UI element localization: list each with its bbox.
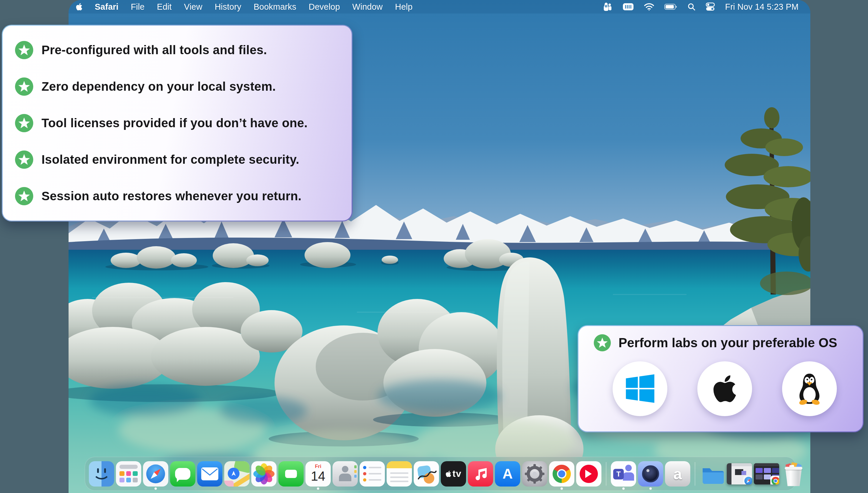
camera-lens-icon [642,465,659,483]
feature-text: Isolated environment for complete securi… [42,153,299,167]
star-icon [15,78,33,96]
feature-item: Pre-configured with all tools and files. [15,41,343,59]
finder-smile [93,471,110,479]
a-app-letter: a [673,465,682,483]
spotlight-search-icon[interactable] [687,3,695,11]
menu-item-bookmarks[interactable]: Bookmarks [248,2,302,12]
dock-item-trash[interactable] [781,461,806,487]
feature-text: Pre-configured with all tools and files. [42,43,267,57]
apple-icon [76,3,83,11]
dock-item-minimized-chrome-window[interactable] [754,461,779,487]
star-icon [15,187,33,205]
wifi-icon[interactable] [644,3,655,11]
dock-item-messages[interactable] [170,461,196,487]
feature-text: Zero dependency on your local system. [42,80,276,94]
dock: Fri 14 t [85,457,796,491]
dock-separator [695,462,695,486]
chat-bubble-icon [175,468,190,480]
running-indicator [622,487,625,490]
os-option-windows[interactable] [613,361,667,416]
contact-person-icon [339,474,351,481]
trash-icon [784,463,803,486]
teams-person-icon [625,465,632,471]
dock-item-system-settings[interactable] [522,461,547,487]
teams-status-icon[interactable]: T [602,2,613,12]
dock-item-calendar[interactable]: Fri 14 [305,461,331,487]
feature-text: Tool licenses provided if you don’t have… [42,116,307,130]
contacts-tab [354,465,357,468]
star-icon [15,41,33,59]
music-note-icon [472,466,489,482]
dock-item-facetime[interactable] [278,461,304,487]
menu-item-edit[interactable]: Edit [151,2,178,12]
dock-item-notes[interactable] [387,461,412,487]
freeform-scribble-icon [414,461,439,487]
keyboard-icon[interactable] [623,3,634,11]
launchpad-grid [119,471,138,483]
video-camera-icon [285,470,297,478]
running-indicator [317,487,319,490]
svg-text:T: T [605,5,607,8]
safari-badge-icon [743,476,752,485]
battery-icon[interactable] [664,3,677,10]
menu-bar: Safari File Edit View History Bookmarks … [69,0,810,14]
menu-bar-clock[interactable]: Fri Nov 14 5:23 PM [725,2,799,12]
chrome-logo-icon [553,465,571,483]
dock-item-a-app[interactable]: a [665,461,690,487]
dock-item-launchpad[interactable] [116,461,141,487]
contact-person-icon [342,466,348,472]
launchpad-search-pill [119,465,138,469]
safari-compass-icon [146,465,165,483]
chrome-badge-icon [770,476,779,485]
contacts-tab [354,470,357,473]
menu-item-view[interactable]: View [178,2,208,12]
dock-item-music[interactable] [468,461,493,487]
menu-item-help[interactable]: Help [389,2,419,12]
dock-item-reminders[interactable] [360,461,385,487]
menu-item-window[interactable]: Window [346,2,389,12]
menu-item-file[interactable]: File [125,2,151,12]
menu-item-develop[interactable]: Develop [302,2,346,12]
menu-item-history[interactable]: History [209,2,248,12]
dock-item-minimized-safari-window[interactable] [727,461,752,487]
apple-menu[interactable] [73,3,89,11]
contacts-tab [354,475,357,478]
control-center-icon[interactable] [706,2,715,11]
folder-icon [700,461,725,487]
feature-item: Isolated environment for complete securi… [15,150,343,169]
dock-item-photos[interactable] [251,461,277,487]
menu-item-safari[interactable]: Safari [89,2,125,12]
running-indicator [155,487,157,490]
dock-item-downloads-folder[interactable] [700,461,725,487]
dock-item-maps[interactable] [224,461,250,487]
dock-item-microsoft-teams[interactable]: T [611,461,636,487]
os-option-linux[interactable] [782,361,837,416]
star-icon [15,114,33,132]
teams-t-badge: T [613,469,624,479]
map-area [224,480,234,487]
tux-penguin-icon [795,372,824,405]
dock-item-finder[interactable] [89,461,114,487]
dock-item-app-store[interactable]: A [495,461,520,487]
os-option-macos[interactable] [697,361,752,416]
features-card: Pre-configured with all tools and files.… [2,25,352,221]
dock-item-freeform[interactable] [414,461,439,487]
apple-icon [446,470,451,477]
dock-item-youtube-music[interactable] [576,461,601,487]
apple-logo-icon [712,373,737,404]
dock-item-contacts[interactable] [333,461,358,487]
dock-item-apple-tv[interactable]: tv [441,461,466,487]
dock-item-safari[interactable] [143,461,168,487]
notes-header-band [387,461,412,468]
dock-item-camera-app[interactable] [638,461,663,487]
os-card-title: Perform labs on your preferable OS [618,336,837,350]
dock-item-chrome[interactable] [549,461,574,487]
apple-tv-label: tv [453,468,461,479]
navigation-arrow-icon [228,468,239,479]
dock-item-mail[interactable] [197,461,223,487]
feature-item: Tool licenses provided if you don’t have… [15,114,343,132]
envelope-icon [201,467,219,480]
star-icon [15,150,33,169]
teams-person-icon [623,472,634,480]
windows-logo-icon [625,373,655,404]
